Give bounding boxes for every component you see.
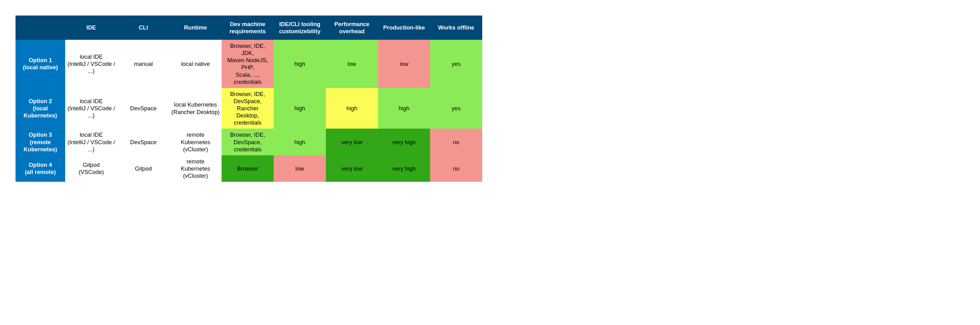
cell-runtime: local Kubernetes (Rancher Desktop) (169, 88, 221, 129)
cell-customizability: high (274, 40, 326, 88)
text: (local Kubernetes) (18, 105, 63, 119)
col-header-production-like: Production-like (378, 16, 430, 40)
cell-performance: very low (326, 155, 378, 182)
cell-offline: yes (430, 88, 482, 129)
row-header-option-2: Option 2 (local Kubernetes) (16, 88, 65, 129)
text: Scala, ..., credentials (223, 71, 272, 85)
text: requirements (223, 28, 272, 35)
col-header-blank (16, 16, 65, 40)
text: Browser, IDE, JDK, (223, 42, 272, 56)
cell-ide: Gitpod (VSCode) (65, 155, 117, 182)
text: Dev machine (223, 21, 272, 28)
text: Option 2 (18, 98, 63, 105)
col-header-requirements: Dev machine requirements (221, 16, 274, 40)
col-header-runtime: Runtime (169, 16, 221, 40)
text: local IDE (67, 98, 115, 105)
row-header-option-1: Option 1 (local native) (16, 40, 65, 88)
text: (IntelliJ / VSCode / ...) (67, 139, 115, 153)
table-row: Option 4 (all remote) Gitpod (VSCode) Gi… (16, 155, 482, 182)
comparison-table: IDE CLI Runtime Dev machine requirements… (16, 16, 482, 182)
text: (vCluster) (171, 172, 220, 179)
row-header-option-3: Option 3 (remote Kubernetes) (16, 129, 65, 155)
cell-customizability: high (274, 88, 326, 129)
cell-runtime: remote Kubernetes (vCluster) (169, 129, 221, 155)
text: local IDE (67, 53, 115, 60)
text: Performance (328, 21, 376, 28)
col-header-performance: Performance overhead (326, 16, 378, 40)
text: remote Kubernetes (171, 131, 220, 146)
text: Option 1 (18, 56, 63, 64)
cell-cli: Gitpod (117, 155, 169, 182)
text: customizebility (275, 28, 324, 35)
cell-production-like: high (378, 88, 430, 129)
table-header: IDE CLI Runtime Dev machine requirements… (16, 16, 482, 40)
cell-requirements: Browser, IDE, JDK, Maven NodeJS, PHP, Sc… (221, 40, 274, 88)
cell-offline: no (430, 129, 482, 155)
text: local Kubernetes (171, 101, 220, 108)
text: (IntelliJ / VSCode / ...) (67, 60, 115, 75)
text: DevSpace, (223, 139, 272, 146)
text: Kubernetes) (18, 146, 63, 153)
text: Browser, IDE, (223, 90, 272, 98)
cell-customizability: low (274, 155, 326, 182)
table-row: Option 3 (remote Kubernetes) local IDE (… (16, 129, 482, 155)
row-header-option-4: Option 4 (all remote) (16, 155, 65, 182)
text: Maven NodeJS, PHP, (223, 56, 272, 71)
text: (Rancher Desktop) (171, 109, 220, 115)
text: (IntelliJ / VSCode / ...) (67, 105, 115, 119)
cell-requirements: Browser (221, 155, 274, 182)
cell-ide: local IDE (IntelliJ / VSCode / ...) (65, 88, 117, 129)
table: IDE CLI Runtime Dev machine requirements… (16, 16, 482, 182)
col-header-works-offline: Works offline (430, 16, 482, 40)
cell-runtime: local native (169, 40, 221, 88)
col-header-cli: CLI (117, 16, 169, 40)
text: (remote (18, 139, 63, 146)
text: Gitpod (67, 161, 115, 168)
cell-production-like: very high (378, 129, 430, 155)
col-header-ide: IDE (65, 16, 117, 40)
cell-performance: low (326, 40, 378, 88)
col-header-customizability: IDE/CLI tooling customizebility (274, 16, 326, 40)
text: credentials (223, 146, 272, 153)
cell-offline: no (430, 155, 482, 182)
text: DevSpace, Rancher (223, 98, 272, 112)
text: (all remote) (18, 168, 63, 176)
text: Browser, IDE, (223, 131, 272, 138)
cell-cli: DevSpace (117, 129, 169, 155)
cell-requirements: Browser, IDE, DevSpace, Rancher Desktop,… (221, 88, 274, 129)
cell-production-like: low (378, 40, 430, 88)
table-row: Option 1 (local native) local IDE (Intel… (16, 40, 482, 88)
cell-customizability: high (274, 129, 326, 155)
cell-requirements: Browser, IDE, DevSpace, credentials (221, 129, 274, 155)
text: (vCluster) (171, 146, 220, 153)
text: IDE/CLI tooling (275, 21, 324, 28)
cell-cli: DevSpace (117, 88, 169, 129)
text: remote Kubernetes (171, 158, 220, 172)
text: local IDE (67, 131, 115, 138)
text: (local native) (18, 64, 63, 71)
cell-performance: high (326, 88, 378, 129)
text: Option 3 (18, 131, 63, 138)
cell-offline: yes (430, 40, 482, 88)
cell-ide: local IDE (IntelliJ / VSCode / ...) (65, 40, 117, 88)
cell-runtime: remote Kubernetes (vCluster) (169, 155, 221, 182)
text: overhead (328, 28, 376, 35)
cell-cli: manual (117, 40, 169, 88)
text: Option 4 (18, 161, 63, 168)
text: Desktop, credentials (223, 112, 272, 126)
cell-performance: very low (326, 129, 378, 155)
text: (VSCode) (67, 168, 115, 176)
table-row: Option 2 (local Kubernetes) local IDE (I… (16, 88, 482, 129)
cell-ide: local IDE (IntelliJ / VSCode / ...) (65, 129, 117, 155)
cell-production-like: very high (378, 155, 430, 182)
